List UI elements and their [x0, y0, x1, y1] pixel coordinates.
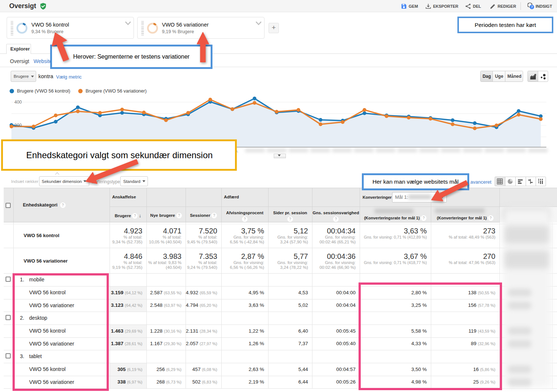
- svg-text:7: 7: [531, 5, 533, 9]
- svg-text:400: 400: [14, 100, 22, 105]
- svg-text:200: 200: [14, 123, 22, 128]
